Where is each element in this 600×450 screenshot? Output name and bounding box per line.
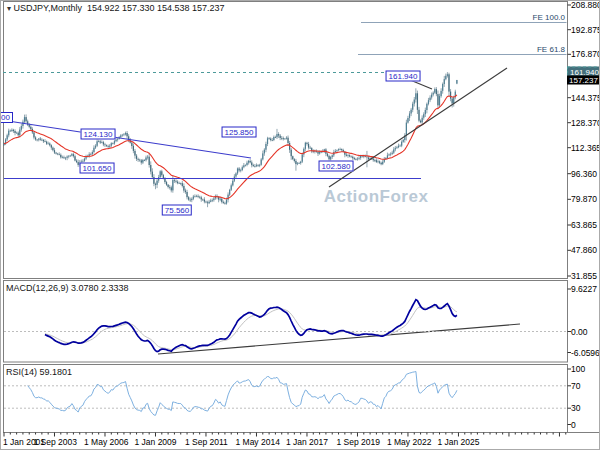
symbol-header: ▾ USDJPY,Monthly 154.922 157.330 154.538… xyxy=(7,3,225,13)
axis-label: 70 xyxy=(571,381,580,391)
axis-label: 47.860 xyxy=(571,245,597,255)
current-price-box[interactable]: 157.237 xyxy=(567,76,600,85)
price-flag-label: 75.560 xyxy=(162,204,192,215)
axis-label: 112.365 xyxy=(571,143,600,153)
chart-window: ▾ USDJPY,Monthly 154.922 157.330 154.538… xyxy=(0,0,600,450)
time-axis-label: 1 Sep 2011 xyxy=(185,437,228,447)
axis-label: 30 xyxy=(571,403,580,413)
axis-label: 79.870 xyxy=(571,194,597,204)
symbol-title: USDJPY,Monthly xyxy=(14,3,82,13)
axis-label: -6.0596 xyxy=(571,348,600,358)
actionforex-watermark: ActionForex xyxy=(324,187,429,207)
axis-label: 0 xyxy=(571,420,576,430)
axis-label: 128.370 xyxy=(571,118,600,128)
price-flag-label: 125.850 xyxy=(222,127,257,138)
time-axis-label: 1 Sep 2019 xyxy=(336,437,379,447)
fib-expansion-label: FE 61.8 xyxy=(537,45,565,54)
axis-label: 63.865 xyxy=(571,220,597,230)
macd-header: MACD(12,26,9) 3.0780 2.3338 xyxy=(6,283,129,293)
price-flag-label: 101.650 xyxy=(80,163,115,174)
time-axis-label: 1 Jan 2025 xyxy=(437,437,479,447)
price-flag-label: 00 xyxy=(0,112,13,123)
time-axis-label: 1 Jan 2009 xyxy=(134,437,176,447)
axis-label: 96.360 xyxy=(571,169,597,179)
axis-label: 100 xyxy=(571,364,585,374)
axis-label: 208.880 xyxy=(571,0,600,10)
axis-label: 192.875 xyxy=(571,25,600,35)
fib-expansion-label: FE 100.0 xyxy=(533,13,565,22)
axis-label: 176.870 xyxy=(571,49,600,59)
axis-label: 9.6227 xyxy=(571,284,597,294)
axis-label: 144.375 xyxy=(571,93,600,103)
time-axis-label: 1 May 2014 xyxy=(235,437,279,447)
collapse-arrow-icon[interactable]: ▾ xyxy=(7,4,11,13)
rsi-header: RSI(14) 59.1801 xyxy=(6,367,72,377)
time-axis-label: 1 Jan 2017 xyxy=(286,437,328,447)
main-chart-pane xyxy=(4,2,568,279)
price-flag-label: 161.940 xyxy=(386,70,421,81)
price-flag-label: 102.580 xyxy=(319,161,354,172)
ohlc-readout: 154.922 157.330 154.538 157.237 xyxy=(87,3,225,13)
price-flag-label: 124.130 xyxy=(81,128,116,139)
rsi-pane xyxy=(4,365,568,433)
time-axis-label: 1 May 2006 xyxy=(84,437,128,447)
axis-label: 31.855 xyxy=(571,271,597,281)
time-axis-label: 1 May 2022 xyxy=(387,437,431,447)
time-axis-label: 1 Sep 2003 xyxy=(33,437,76,447)
axis-label: 0.00 xyxy=(571,327,588,337)
chart-canvas[interactable] xyxy=(1,1,600,450)
